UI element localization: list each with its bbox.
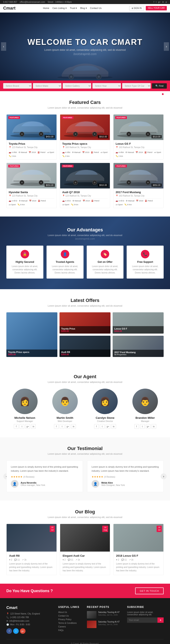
car-card-2[interactable]: FEATURED $510.00 Lexus GS F 📍 163 Rathce… <box>113 114 164 160</box>
offer-img-1: Toyota Prius $350.00 <box>60 312 110 334</box>
offers-subtitle: Lorem ipsum dolor sit amet, consectetur … <box>6 304 164 307</box>
top-bar: 0-817-568-857 office@businessexam.com St… <box>0 0 170 4</box>
footer-tw-icon[interactable]: t <box>13 628 19 634</box>
nav-trust[interactable]: Trust ▾ <box>70 7 77 10</box>
car-card-1[interactable]: FEATURED $910.00 Toyota Prius specs 📍 16… <box>60 114 110 160</box>
offer-card-0[interactable]: Toyota Prius specs $950.00 <box>6 312 58 357</box>
advantage-title-1: Trusted Agents <box>50 260 80 264</box>
nav-contact[interactable]: Contact Us <box>90 7 102 10</box>
offer-card-1[interactable]: Toyota Prius $350.00 <box>60 312 110 334</box>
car-badge-2: FEATURED <box>115 116 127 119</box>
offer-card-4[interactable]: 2017 Ford Mustang 68 Properties <box>112 336 164 357</box>
agent-fb-2[interactable]: f <box>94 424 99 429</box>
blog-text-0: Lorem ipsum is simply dummy text of the … <box>9 562 54 572</box>
agent-tw-2[interactable]: t <box>100 424 104 429</box>
offer-name-0: Toyota Prius specs <box>8 351 56 353</box>
footer-link-careers[interactable]: Careers <box>58 626 82 628</box>
car-spec-year: 📅 2019 <box>83 200 90 202</box>
agent-name-3: Brandon Miller <box>127 416 164 420</box>
offer-title-1: Toyota Prius $350.00 <box>60 326 110 334</box>
car-card-5[interactable]: FEATURED $850.00 2017 Ford Mustang 📍 163… <box>113 163 164 208</box>
advantage-card-1: 👤 Trusted Agents Lorem ipsum dolor sit a… <box>46 246 84 278</box>
agent-in-3[interactable]: in <box>152 424 156 429</box>
agent-role-2: Creative Director <box>87 420 124 422</box>
agent-gp-2[interactable]: g+ <box>106 424 110 429</box>
car-card-4[interactable]: FEATURED $910.00 Audi Q7 2018 📍 123 Rath… <box>60 163 110 208</box>
car-spec-year: 📅 2019 <box>82 151 90 154</box>
hero-next-button[interactable]: › <box>164 42 169 51</box>
cta-button[interactable]: GET IN TOUCH <box>135 588 164 594</box>
agent-gp-1[interactable]: g+ <box>66 424 70 429</box>
agent-gp-3[interactable]: g+ <box>146 424 150 429</box>
type-select[interactable]: Select Type Of Car <box>122 83 151 88</box>
agent-img-1: 👨 <box>52 388 78 414</box>
car-card-0[interactable]: FEATURED $450.00 Toyota Prius 📍 123 Rath… <box>6 114 57 160</box>
car-card-3[interactable]: FEATURED $650.00 Hyundai Santa 📍 123 Rat… <box>6 163 57 208</box>
agent-tw-0[interactable]: t <box>20 424 24 429</box>
car-specs-3: 🚗 4 All-D ⚙ Manual 📅 2019 ⛽ Petrol 🏎 Spo… <box>9 200 54 206</box>
offer-img-4: 2017 Ford Mustang 68 Properties <box>112 336 164 357</box>
post-title-2[interactable]: Saturday Touring At 47 <box>98 621 120 623</box>
blog-img-1: 14Aug <box>60 524 110 552</box>
tw-icon[interactable]: t <box>156 1 156 3</box>
testimonial-stars-1: ★★★★★ (4 Reviews) <box>92 475 159 478</box>
blog-title-0: Audi R8 <box>9 554 54 557</box>
agent-fb-0[interactable]: f <box>14 424 18 429</box>
car-name-5: 2017 Ford Mustang <box>116 190 161 194</box>
agent-tw-3[interactable]: t <box>140 424 145 429</box>
nav-home[interactable]: Home <box>43 7 49 10</box>
brand-select[interactable]: Select Brand <box>3 83 32 88</box>
footer-gp-icon[interactable]: g+ <box>20 628 26 634</box>
car-badge-1: FEATURED <box>62 116 74 119</box>
testimonial-author-1: 👤 Melat Alee Web Designer, New York <box>92 480 159 488</box>
agent-fb-3[interactable]: f <box>134 424 139 429</box>
car-spec-km: 📏 8 Km <box>71 204 78 206</box>
in-icon[interactable]: in <box>162 1 164 3</box>
blog-title-1: Elegant Audi Car <box>63 554 108 557</box>
footer-link-terms[interactable]: Terms & Conditions <box>58 622 82 624</box>
subscribe-input[interactable] <box>127 618 158 623</box>
signin-button[interactable]: ⊕ SIGN IN <box>129 6 144 10</box>
car-specs-1: 🚗 4 Allot ⚙ Manual 📅 2019 ⛽ Petrol 🏎 Spo… <box>62 151 108 157</box>
top-bar-right: f t g+ in p <box>154 1 167 3</box>
agent-gp-0[interactable]: g+ <box>25 424 30 429</box>
testimonial-next[interactable]: › <box>161 474 166 479</box>
footer-link-contact[interactable]: Contact Us <box>58 615 82 617</box>
footer-link-faqs[interactable]: FAQs <box>58 629 82 632</box>
post-title-1[interactable]: Saturday Touring At 47 <box>98 611 120 614</box>
pi-icon[interactable]: p <box>166 1 167 3</box>
make-select[interactable]: Select Make <box>33 83 62 88</box>
agent-social-3: f t g+ in <box>127 424 164 429</box>
sell-car-button[interactable]: SELL YOUR CAR <box>146 6 167 10</box>
agent-fb-1[interactable]: f <box>54 424 59 429</box>
agent-card-1: 👨 Martin Smith Web Developer f t g+ in <box>46 388 84 429</box>
footer-post-2: Saturday Touring At 47 Saturday, Jan 01,… <box>87 621 122 628</box>
advantages-title: Our Advantages <box>6 227 164 233</box>
agent-in-1[interactable]: in <box>71 424 76 429</box>
subscribe-button[interactable]: ➤ <box>158 618 164 623</box>
search-button[interactable]: 🔍 Find <box>152 83 167 88</box>
footer-link-about[interactable]: About Us <box>58 611 82 614</box>
nav-blog[interactable]: Blog ▾ <box>80 7 87 10</box>
offer-card-3[interactable]: Audi R8 $350.00 <box>60 336 110 357</box>
gallery-select[interactable]: Select Gallery <box>63 83 91 88</box>
agent-in-2[interactable]: in <box>111 424 116 429</box>
blog-card-1[interactable]: 14Aug Elegant Audi Car ♥ 2 💬 11 ↗ 1k Lor… <box>60 524 110 575</box>
agent-card-3: 👨 Brandon Miller Manager f t g+ in <box>127 388 164 429</box>
agent-in-0[interactable]: in <box>31 424 36 429</box>
gp-icon[interactable]: g+ <box>158 1 160 3</box>
year-select[interactable]: Select Year <box>92 83 121 88</box>
blog-body-1: Elegant Audi Car ♥ 2 💬 11 ↗ 1k Lorem ips… <box>60 552 110 575</box>
footer-fb-icon[interactable]: f <box>6 628 12 634</box>
car-spec-type: 🏎 Sport <box>100 151 108 154</box>
blog-img-2: 18Jul <box>114 524 164 552</box>
nav-cars[interactable]: Cars Listing ▾ <box>52 7 67 10</box>
agent-tw-1[interactable]: t <box>60 424 64 429</box>
offer-card-2[interactable]: Lexus GS F $450.00 <box>112 312 164 334</box>
hero-prev-button[interactable]: ‹ <box>1 42 6 51</box>
blog-card-2[interactable]: 18Jul 2018 Lexus GS F ♥ 2 💬 11 ↗ 1k Lore… <box>113 524 164 575</box>
offer-title-0: Toyota Prius specs $950.00 <box>6 350 58 357</box>
footer-link-privacy[interactable]: Privacy Policy <box>58 618 82 621</box>
blog-card-0[interactable]: 18Jul Audi R8 ♥ 2 💬 11 ↗ 1k Lorem ipsum … <box>6 524 57 575</box>
fb-icon[interactable]: f <box>154 1 154 3</box>
